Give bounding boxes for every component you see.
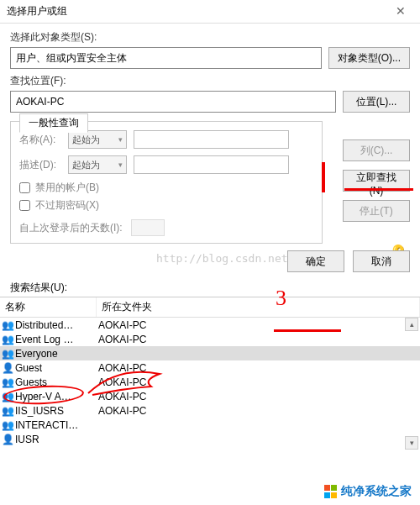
result-name: IIS_IUSRS [15, 405, 97, 417]
list-item[interactable]: 👥INTERACTI… [0, 418, 420, 432]
title-bar: 选择用户或组 ✕ [0, 0, 420, 24]
object-type-input[interactable] [10, 47, 322, 69]
columns-button[interactable]: 列(C)... [343, 139, 410, 161]
chevron-down-icon: ▾ [118, 135, 123, 144]
non-expiring-password-checkbox[interactable]: 不过期密码(X) [19, 198, 313, 213]
group-icon: 👥 [0, 334, 15, 345]
result-name: Event Log … [15, 334, 97, 345]
name-input[interactable] [134, 130, 289, 149]
brand-name: 纯净系统之家 [341, 484, 412, 499]
result-name: IUSR [15, 434, 97, 445]
location-input[interactable] [10, 91, 336, 113]
user-icon: 👤 [0, 434, 15, 445]
result-name: Hyper-V A… [15, 391, 97, 402]
common-query-group: 一般性查询 名称(A): 起始为 ▾ 描述(D): 起始为 ▾ 禁用的帐户(B)… [10, 121, 323, 244]
name-combo[interactable]: 起始为 ▾ [68, 130, 127, 149]
annotation-bar [322, 162, 325, 192]
result-folder: AOKAI-PC [97, 405, 420, 417]
ok-button[interactable]: 确定 [287, 250, 344, 272]
object-types-button[interactable]: 对象类型(O)... [328, 47, 410, 69]
stop-button[interactable]: 停止(T) [343, 200, 410, 222]
group-icon: 👥 [0, 448, 15, 450]
side-button-group: 列(C)... 立即查找(N) 停止(T) [343, 139, 410, 222]
result-folder: AOKAI-PC [97, 391, 420, 402]
result-name: Guest [15, 362, 97, 374]
result-name: Guests [15, 376, 97, 388]
result-folder: AOKAI-PC [97, 376, 420, 388]
description-combo-value: 起始为 [72, 159, 100, 171]
location-label: 查找位置(F): [10, 74, 410, 88]
branding: 纯净系统之家 [321, 483, 415, 500]
description-input[interactable] [134, 155, 289, 174]
result-folder: AOKAI-PC [97, 319, 420, 331]
list-item[interactable]: 👥LOCAL SER… [0, 446, 420, 450]
object-type-label: 选择此对象类型(S): [10, 30, 410, 45]
group-icon: 👥 [0, 376, 15, 388]
list-item[interactable]: 👥Event Log …AOKAI-PC [0, 332, 420, 346]
close-icon[interactable]: ✕ [388, 3, 413, 20]
tab-common-query[interactable]: 一般性查询 [19, 113, 88, 133]
group-icon: 👥 [0, 348, 15, 360]
results-label: 搜索结果(U): [0, 277, 420, 297]
result-name: Distributed… [15, 319, 97, 331]
list-item[interactable]: 👤GuestAOKAI-PC [0, 360, 420, 375]
windows-logo-icon [324, 485, 338, 498]
name-combo-value: 起始为 [72, 134, 100, 146]
column-name[interactable]: 名称 [0, 297, 97, 317]
non-expiring-password-check[interactable] [19, 200, 30, 211]
list-item[interactable]: 👥Distributed…AOKAI-PC [0, 318, 420, 332]
list-item[interactable]: 👥GuestsAOKAI-PC [0, 375, 420, 389]
annotation-underline [344, 188, 413, 191]
list-item[interactable]: 👥IIS_IUSRSAOKAI-PC [0, 403, 420, 418]
result-folder: AOKAI-PC [97, 362, 420, 374]
column-folder[interactable]: 所在文件夹 [97, 297, 420, 317]
result-name: LOCAL SER… [15, 448, 97, 450]
description-label: 描述(D): [19, 158, 61, 172]
scroll-up-icon[interactable]: ▴ [405, 318, 418, 331]
list-item[interactable]: 👥Everyone [0, 346, 420, 360]
group-icon: 👥 [0, 319, 15, 331]
results-list[interactable]: ▴ ▾ 👥Distributed…AOKAI-PC👥Event Log …AOK… [0, 318, 420, 450]
group-icon: 👥 [0, 405, 15, 417]
user-icon: 👤 [0, 362, 15, 374]
list-item[interactable]: 👥Hyper-V A…AOKAI-PC [0, 389, 420, 403]
days-since-login-input[interactable] [131, 219, 165, 236]
disabled-accounts-label: 禁用的帐户(B) [35, 181, 99, 195]
disabled-accounts-check[interactable] [19, 182, 30, 193]
list-item[interactable]: 👤IUSR [0, 432, 420, 446]
cancel-button[interactable]: 取消 [353, 250, 410, 272]
non-expiring-password-label: 不过期密码(X) [35, 198, 99, 213]
scroll-down-icon[interactable]: ▾ [405, 436, 418, 450]
results-header: 名称 所在文件夹 [0, 297, 420, 318]
result-folder: AOKAI-PC [97, 334, 420, 345]
window-title: 选择用户或组 [7, 4, 388, 18]
name-label: 名称(A): [19, 133, 61, 147]
disabled-accounts-checkbox[interactable]: 禁用的帐户(B) [19, 181, 313, 195]
result-name: Everyone [15, 348, 97, 360]
chevron-down-icon: ▾ [118, 160, 123, 169]
group-icon: 👥 [0, 391, 15, 402]
locations-button[interactable]: 位置(L)... [343, 91, 410, 113]
days-since-login-label: 自上次登录后的天数(I): [19, 221, 123, 235]
dialog-button-row: 确定 取消 [0, 247, 420, 277]
result-name: INTERACTI… [15, 419, 97, 431]
group-icon: 👥 [0, 419, 15, 431]
description-combo[interactable]: 起始为 ▾ [68, 155, 127, 174]
